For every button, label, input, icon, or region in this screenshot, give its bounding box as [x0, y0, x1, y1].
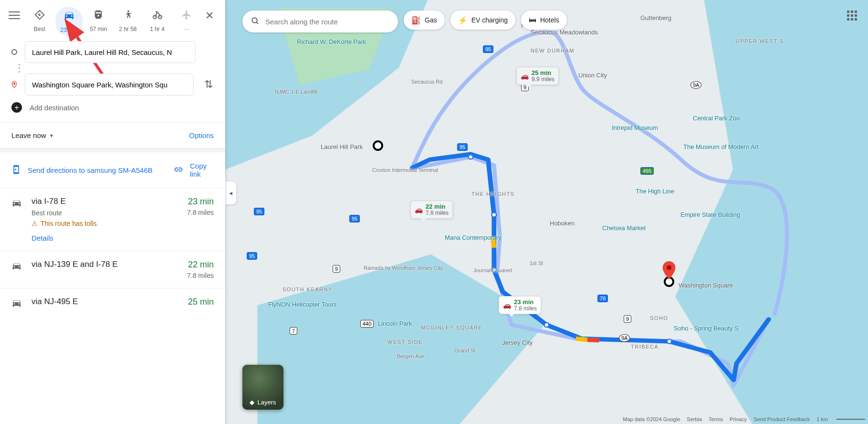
search-icon	[251, 17, 260, 27]
car-icon: 🚗	[415, 206, 423, 213]
car-icon	[11, 260, 22, 279]
mode-walking[interactable]: 2 hr 58	[114, 7, 142, 35]
map-label: Jersey City	[502, 339, 533, 346]
map-label: Lincoln Park	[378, 320, 412, 327]
map-label: Journal Squared	[473, 267, 512, 273]
route-tolls-warning: ⚠This route has tolls.	[31, 220, 178, 227]
highway-shield: 495	[640, 167, 654, 175]
copy-link-button[interactable]: Copy link	[174, 162, 214, 178]
layers-button[interactable]: ◆Layers	[242, 365, 283, 410]
destination-pin[interactable]	[662, 261, 676, 279]
map-chips: ⛽Gas ⚡EV charging 🛏Hotels	[242, 11, 567, 32]
mode-best[interactable]: Best	[26, 7, 53, 35]
copy-label: Copy link	[190, 162, 214, 178]
google-apps-button[interactable]	[847, 11, 858, 21]
plus-icon: ＋	[11, 102, 22, 113]
svg-point-9	[544, 323, 549, 327]
destination-marker-icon	[10, 80, 19, 89]
layers-label: Layers	[257, 399, 276, 406]
map-canvas[interactable]: GuttenbergSecaucus MeadowlandsPenhorn Su…	[225, 0, 868, 424]
train-icon	[93, 10, 104, 23]
search-input[interactable]	[264, 17, 389, 26]
waypoints: ⇅	[0, 36, 225, 95]
route-option[interactable]: via NJ-139 E and I-78 E 22 min 7.8 miles	[0, 251, 225, 288]
terms-link[interactable]: Terms	[709, 416, 723, 422]
mode-flights[interactable]: —	[173, 7, 200, 35]
mode-label: 2 hr 58	[119, 26, 136, 32]
menu-button[interactable]	[9, 10, 20, 21]
highway-shield: 95	[483, 45, 493, 53]
swap-waypoints-button[interactable]: ⇅	[201, 75, 216, 94]
svg-point-5	[13, 83, 15, 84]
route-info-bubble[interactable]: 🚗23 min7.8 miles	[499, 296, 541, 314]
mode-label: —	[184, 26, 189, 32]
route-time: 23 min	[187, 197, 214, 207]
map-label: SOHO	[650, 315, 668, 321]
link-icon	[174, 165, 183, 176]
route-via: via NJ-139 E and I-78 E	[31, 260, 178, 269]
bubble-time: 25 min	[532, 69, 551, 76]
feedback-link[interactable]: Send Product Feedback	[753, 416, 810, 422]
highway-shield: 95	[457, 143, 468, 151]
route-details-link[interactable]: Details	[31, 234, 178, 242]
car-icon	[11, 197, 22, 242]
chip-hotels[interactable]: 🛏Hotels	[521, 11, 567, 30]
origin-input[interactable]	[25, 41, 196, 63]
chip-label: Gas	[425, 16, 437, 24]
chip-ev[interactable]: ⚡EV charging	[450, 11, 515, 30]
route-option[interactable]: via NJ-495 E 25 min	[0, 288, 225, 319]
map-label: Empire State Building	[680, 211, 740, 218]
chip-label: EV charging	[471, 16, 508, 24]
highway-shield: 95	[254, 208, 264, 215]
map-label: UPPER WEST S	[736, 38, 784, 44]
origin-point[interactable]	[373, 140, 383, 151]
privacy-link[interactable]: Privacy	[730, 416, 747, 422]
highway-shield: 95	[247, 252, 257, 260]
best-icon	[34, 10, 45, 23]
travel-mode-row: Best 23 min 57 min 2 hr 58 1 hr 4	[0, 0, 225, 36]
country[interactable]: Serbia	[687, 416, 702, 422]
collapse-panel-button[interactable]: ◂	[225, 181, 236, 204]
route-info-bubble[interactable]: 🚗22 min7.8 miles	[410, 201, 453, 219]
mode-driving[interactable]: 23 min	[55, 7, 83, 36]
plane-icon	[181, 10, 192, 23]
svg-point-10	[667, 339, 672, 343]
search-along-route[interactable]	[242, 11, 398, 32]
map-label: Central Park Zoo	[693, 115, 740, 122]
scale-label: 1 km	[816, 416, 828, 422]
map-label: NEW DURHAM	[531, 48, 575, 53]
route-option[interactable]: via I-78 E Best route ⚠This route has to…	[0, 188, 225, 251]
map-label: The Museum of Modern Art	[683, 143, 759, 150]
send-to-device-button[interactable]: Send directions to samsung SM-A546B	[11, 165, 165, 176]
highway-shield: 78	[597, 295, 608, 302]
car-icon	[63, 10, 75, 24]
add-destination-button[interactable]: ＋ Add destination	[0, 95, 225, 122]
map-label: The High Line	[636, 188, 674, 195]
chip-label: Hotels	[540, 16, 559, 24]
highway-shield: 9	[624, 315, 631, 323]
depart-time-dropdown[interactable]: Leave now ▾	[11, 131, 53, 139]
route-info-bubble[interactable]: 🚗25 min9.9 miles	[516, 67, 559, 85]
bubble-dist: 7.8 miles	[426, 210, 449, 216]
svg-point-4	[12, 50, 17, 54]
close-directions-button[interactable]: ✕	[202, 7, 217, 25]
route-distance: 7.8 miles	[187, 272, 214, 279]
route-options-button[interactable]: Options	[189, 131, 214, 139]
caret-down-icon: ▾	[50, 132, 53, 139]
depart-label: Leave now	[11, 131, 46, 139]
destination-input[interactable]	[25, 74, 194, 95]
svg-point-12	[252, 18, 257, 23]
map-label: Hoboken	[550, 220, 575, 227]
map-label: Chelsea Market	[602, 224, 646, 232]
map-label: MCGINLEY SQUARE	[421, 325, 482, 330]
mode-transit[interactable]: 57 min	[84, 7, 112, 35]
separator	[0, 148, 225, 152]
bubble-dist: 9.9 miles	[532, 76, 554, 83]
map-label: Grand St	[454, 348, 475, 353]
map-label: Richard W. DeKorte Park	[297, 38, 366, 45]
chip-gas[interactable]: ⛽Gas	[404, 11, 445, 30]
mode-cycling[interactable]: 1 hr 4	[144, 7, 171, 35]
layers-icon: ◆	[250, 399, 254, 406]
svg-point-7	[492, 212, 496, 217]
svg-point-0	[127, 11, 129, 12]
